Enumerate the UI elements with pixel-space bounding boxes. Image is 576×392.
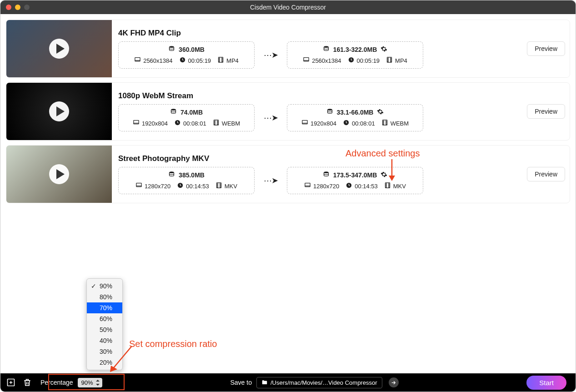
video-thumbnail[interactable] xyxy=(6,83,112,140)
svg-marker-27 xyxy=(56,106,65,116)
film-icon xyxy=(381,119,388,127)
film-icon xyxy=(386,56,393,65)
traffic-lights xyxy=(6,5,30,10)
delete-file-button[interactable] xyxy=(21,377,33,388)
film-icon xyxy=(215,182,222,190)
svg-point-14 xyxy=(324,46,328,48)
output-info-box: 173.5-347.0MB 1280x720 00:14:53 MKV xyxy=(287,167,423,194)
monitor-icon xyxy=(133,119,140,127)
video-thumbnail[interactable] xyxy=(6,146,112,203)
monitor-icon xyxy=(135,182,142,190)
add-file-button[interactable] xyxy=(5,377,17,388)
source-format: MP4 xyxy=(226,57,239,64)
output-resolution: 1920x804 xyxy=(311,120,336,127)
annotation-arrow-1 xyxy=(386,159,400,183)
clock-icon xyxy=(174,119,181,127)
output-info-box: 161.3-322.0MB 2560x1384 00:05:19 MP4 xyxy=(287,41,423,69)
database-icon xyxy=(323,171,330,179)
svg-point-28 xyxy=(171,109,175,111)
database-icon xyxy=(168,171,175,179)
play-icon xyxy=(49,39,69,59)
output-format: MKV xyxy=(393,183,406,190)
monitor-icon xyxy=(303,56,310,65)
close-window-button[interactable] xyxy=(6,5,11,10)
database-icon xyxy=(170,108,177,116)
svg-rect-69 xyxy=(305,183,310,187)
film-icon xyxy=(217,56,224,65)
svg-point-1 xyxy=(170,46,174,48)
minimize-window-button[interactable] xyxy=(15,5,20,10)
source-info-box: 74.0MB 1920x804 00:08:01 WEBM xyxy=(118,104,255,131)
svg-line-86 xyxy=(113,346,132,369)
window-title: Cisdem Video Compressor xyxy=(250,4,326,11)
film-icon xyxy=(213,119,220,127)
output-duration: 00:05:19 xyxy=(357,57,380,64)
video-thumbnail[interactable] xyxy=(6,20,112,77)
arrow-icon: ⋯➤ xyxy=(264,176,278,186)
source-size: 74.0MB xyxy=(180,109,203,116)
clock-icon xyxy=(343,119,350,127)
film-icon xyxy=(384,182,391,190)
play-icon xyxy=(49,164,69,184)
svg-marker-0 xyxy=(56,44,65,54)
zoom-window-button[interactable] xyxy=(24,5,30,10)
output-duration: 00:08:01 xyxy=(352,120,375,127)
preview-button[interactable]: Preview xyxy=(527,41,565,56)
source-duration: 00:14:53 xyxy=(186,183,209,190)
video-row: 4K FHD MP4 Clip 360.0MB 2560x1384 00:05:… xyxy=(6,20,570,78)
svg-rect-29 xyxy=(134,121,139,124)
source-format: WEBM xyxy=(222,120,240,127)
percentage-option[interactable]: 60% xyxy=(87,313,122,324)
output-size: 161.3-322.0MB xyxy=(333,46,377,53)
arrow-icon: ⋯➤ xyxy=(264,113,278,123)
percentage-option[interactable]: ✓90% xyxy=(87,281,122,291)
video-filename: Street Photography MKV xyxy=(118,154,521,163)
clock-icon xyxy=(348,56,355,65)
source-info-box: 360.0MB 2560x1384 00:05:19 MP4 xyxy=(118,41,255,69)
percentage-option[interactable]: 80% xyxy=(87,291,122,302)
svg-marker-85 xyxy=(389,176,395,181)
titlebar: Cisdem Video Compressor xyxy=(0,0,576,14)
play-icon xyxy=(49,101,69,121)
database-icon xyxy=(168,45,175,54)
svg-point-68 xyxy=(324,171,328,173)
source-resolution: 1280x720 xyxy=(145,183,170,190)
output-size: 173.5-347.0MB xyxy=(333,171,377,179)
output-format: WEBM xyxy=(391,120,409,127)
svg-point-55 xyxy=(170,171,174,173)
preview-button[interactable]: Preview xyxy=(527,104,565,119)
preview-button[interactable]: Preview xyxy=(527,167,565,181)
source-format: MKV xyxy=(225,183,237,190)
output-path-field[interactable]: /Users/mac/Movies/…Video Compressor xyxy=(256,377,382,388)
save-to-label: Save to xyxy=(230,379,251,386)
output-resolution: 1280x720 xyxy=(313,183,339,190)
svg-marker-54 xyxy=(56,169,65,179)
source-size: 385.0MB xyxy=(179,171,205,179)
percentage-option[interactable]: 50% xyxy=(87,324,122,335)
settings-gear-button[interactable] xyxy=(377,108,384,116)
source-duration: 00:05:19 xyxy=(188,57,211,64)
settings-gear-button[interactable] xyxy=(381,45,387,54)
source-duration: 00:08:01 xyxy=(183,120,206,127)
database-icon xyxy=(323,45,330,54)
start-button[interactable]: Start xyxy=(526,376,566,390)
percentage-option[interactable]: 70% xyxy=(87,302,122,313)
output-path-text: /Users/mac/Movies/…Video Compressor xyxy=(270,379,377,386)
svg-rect-42 xyxy=(302,121,307,124)
open-output-folder-button[interactable] xyxy=(389,377,399,387)
output-duration: 00:14:53 xyxy=(355,183,378,190)
video-filename: 4K FHD MP4 Clip xyxy=(118,29,521,38)
clock-icon xyxy=(346,182,352,190)
source-info-box: 385.0MB 1280x720 00:14:53 MKV xyxy=(118,167,255,194)
annotation-highlight-box xyxy=(48,374,125,390)
clock-icon xyxy=(177,182,184,190)
output-info-box: 33.1-66.0MB 1920x804 00:08:01 WEBM xyxy=(287,104,423,131)
monitor-icon xyxy=(301,119,308,127)
source-resolution: 1920x804 xyxy=(142,120,168,127)
svg-rect-2 xyxy=(135,58,140,61)
output-resolution: 2560x1384 xyxy=(312,57,341,64)
output-format: MP4 xyxy=(395,57,407,64)
monitor-icon xyxy=(134,56,141,65)
video-row: 1080p WebM Stream 74.0MB 1920x804 00:08:… xyxy=(6,82,570,141)
database-icon xyxy=(326,108,333,116)
